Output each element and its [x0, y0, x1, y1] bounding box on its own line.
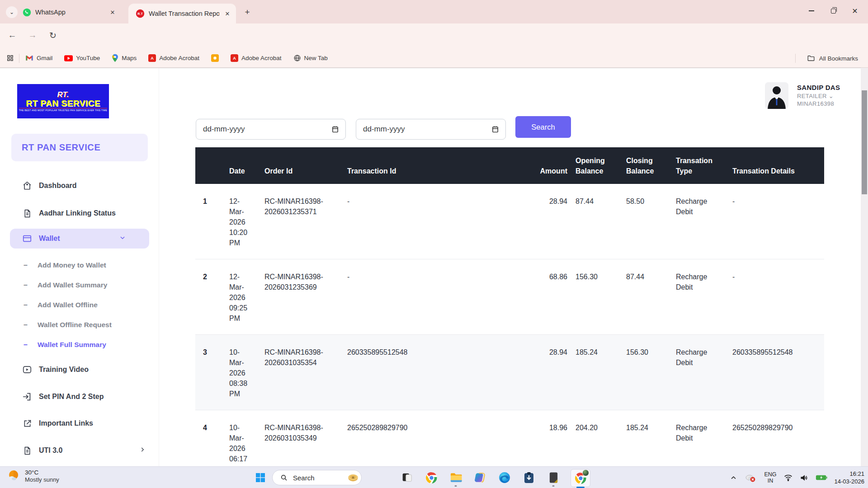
sidebar-item-important-links[interactable]: Important Links [0, 413, 159, 433]
page-scrollbar[interactable] [861, 68, 868, 466]
weather-condition: Mostly sunny [25, 476, 59, 483]
table-cell: 185.24 [568, 335, 619, 410]
sidebar-nav: DashboardAadhar Linking StatusWallet–Add… [0, 176, 159, 460]
acrobat-icon: A [231, 54, 238, 62]
search-button[interactable]: Search [515, 116, 571, 138]
reload-icon[interactable]: ↻ [47, 30, 59, 41]
taskbar-app-chrome[interactable] [424, 468, 439, 488]
bookmark-label: Adobe Acrobat [159, 55, 199, 61]
windows-taskbar: 30°C Mostly sunny Search π ENG IN [0, 466, 868, 488]
window-controls: ✕ [808, 0, 868, 22]
bookmark-item-new-tab[interactable]: New Tab [293, 54, 328, 62]
battery-icon[interactable] [816, 474, 827, 481]
sidebar-item-wallet-offline-request[interactable]: –Wallet Offline Request [0, 315, 159, 335]
table-cell: - [725, 259, 824, 335]
start-button[interactable] [253, 470, 268, 485]
tab-search-button[interactable]: ⌄ [6, 6, 18, 18]
running-indicator [455, 485, 457, 487]
table-header: DateOrder IdTransaction IdAmountOpening … [195, 147, 824, 184]
tab-close-icon[interactable]: ✕ [108, 8, 117, 16]
date-from-input[interactable] [203, 125, 331, 134]
transactions-table: DateOrder IdTransaction IdAmountOpening … [195, 147, 824, 486]
external-link-icon [22, 419, 33, 428]
table-cell: RC-MINAR16398-2026031235371 [257, 184, 340, 259]
bookmark-item-gmail[interactable]: Gmail [25, 55, 52, 61]
login-icon [22, 392, 33, 402]
tab-wallet-transaction-report[interactable]: R.T Wallet Transaction Report ✕ [128, 4, 236, 23]
sidebar-item-set-pin-and-2-step[interactable]: Set PIN And 2 Step [0, 387, 159, 407]
taskbar-app-copilot[interactable] [473, 468, 487, 488]
volume-icon[interactable] [800, 474, 808, 482]
sidebar-item-label: Add Money to Wallet [38, 261, 106, 269]
calendar-icon[interactable] [491, 125, 499, 133]
new-tab-button[interactable]: + [242, 7, 252, 17]
tab-close-icon[interactable]: ✕ [223, 9, 231, 18]
taskbar-app-chrome-active[interactable] [571, 469, 590, 487]
table-cell: - [340, 259, 476, 335]
window-close-button[interactable]: ✕ [852, 7, 858, 15]
table-cell: 260335895512548 [340, 335, 476, 410]
bookmark-item-adobe-acrobat[interactable]: AAdobe Acrobat [231, 54, 282, 62]
site-logo[interactable]: RT. RT PAN SERVICE THE BEST AND MOST POP… [17, 84, 109, 118]
language-indicator[interactable]: ENG IN [764, 471, 776, 484]
user-info[interactable]: SANDIP DAS RETAILER ⌄ MINAR16398 [765, 82, 840, 109]
sidebar-item-uti-3-0[interactable]: UTI 3.0 [0, 441, 159, 460]
dash-bullet-icon: – [24, 261, 28, 269]
sidebar-item-wallet[interactable]: Wallet [10, 229, 149, 249]
sidebar-item-training-video[interactable]: Training Video [0, 360, 159, 380]
system-tray: ENG IN 16:21 14-03-2026 [730, 467, 864, 488]
apps-grid-icon[interactable] [6, 54, 14, 62]
chevron-down-icon [119, 235, 126, 243]
bookmark-item[interactable] [211, 54, 219, 62]
svg-text:A: A [151, 56, 154, 61]
taskbar-app-file-explorer[interactable] [448, 468, 463, 488]
bookmark-item-maps[interactable]: Maps [112, 54, 137, 62]
gmail-icon [25, 55, 33, 61]
wifi-icon[interactable] [784, 474, 793, 481]
bookmark-item-youtube[interactable]: YouTube [64, 55, 100, 61]
tab-title: WhatsApp [35, 9, 104, 16]
column-header: Closing Balance [619, 147, 669, 184]
table-cell: 156.30 [568, 259, 619, 335]
taskbar-clock[interactable]: 16:21 14-03-2026 [835, 470, 865, 485]
taskbar-search-placeholder: Search [293, 474, 347, 482]
sidebar-item-add-wallet-offline[interactable]: –Add Wallet Offline [0, 295, 159, 315]
all-bookmarks-button[interactable]: All Bookmarks [807, 49, 858, 68]
tray-chevron-up-icon[interactable] [730, 474, 737, 481]
onedrive-error-icon[interactable] [744, 472, 757, 483]
sidebar-item-add-money-to-wallet[interactable]: –Add Money to Wallet [0, 255, 159, 275]
search-highlight-pie-icon: π [347, 472, 359, 483]
taskbar-search[interactable]: Search π [272, 470, 362, 485]
bookmarks-separator [795, 54, 796, 63]
window-minimize-button[interactable] [808, 10, 815, 11]
taskbar-app-notepad[interactable] [546, 468, 561, 488]
calendar-icon[interactable] [331, 125, 339, 133]
chevron-right-icon [139, 446, 146, 455]
column-header: Transaction Id [340, 147, 476, 184]
taskbar-app-edge[interactable] [497, 468, 512, 488]
logo-rt-text: RT. [57, 91, 69, 99]
back-icon[interactable]: ← [6, 30, 18, 40]
date-from-field[interactable] [196, 119, 346, 140]
sidebar-item-wallet-full-summary[interactable]: –Wallet Full Summary [0, 335, 159, 355]
user-role[interactable]: RETAILER ⌄ [797, 93, 840, 99]
taskbar-app-installer[interactable] [522, 468, 536, 488]
date-to-input[interactable] [363, 125, 491, 134]
taskbar-app-task-view[interactable] [400, 468, 414, 488]
window-maximize-button[interactable] [830, 9, 836, 14]
sidebar-item-aadhar-linking-status[interactable]: Aadhar Linking Status [0, 203, 159, 223]
forward-icon[interactable]: → [27, 30, 38, 40]
user-avatar [765, 82, 788, 109]
date-to-field[interactable] [356, 119, 506, 140]
clock-time: 16:21 [835, 470, 865, 478]
scrollbar-thumb[interactable] [862, 90, 867, 194]
taskbar-weather-widget[interactable]: 30°C Mostly sunny [6, 469, 59, 483]
rt-favicon: R.T [136, 9, 145, 18]
table-cell: 87.44 [619, 259, 669, 335]
browser-toolbar: ← → ↻ rtpanservice.com/dashboard/wallet-… [0, 23, 868, 49]
sidebar-item-add-wallet-summary[interactable]: –Add Wallet Summary [0, 275, 159, 295]
bookmark-item-adobe-acrobat[interactable]: AAdobe Acrobat [148, 54, 199, 62]
column-header: Transation Details [725, 147, 824, 184]
tab-whatsapp[interactable]: WhatsApp ✕ [23, 5, 121, 19]
sidebar-item-dashboard[interactable]: Dashboard [0, 176, 159, 196]
